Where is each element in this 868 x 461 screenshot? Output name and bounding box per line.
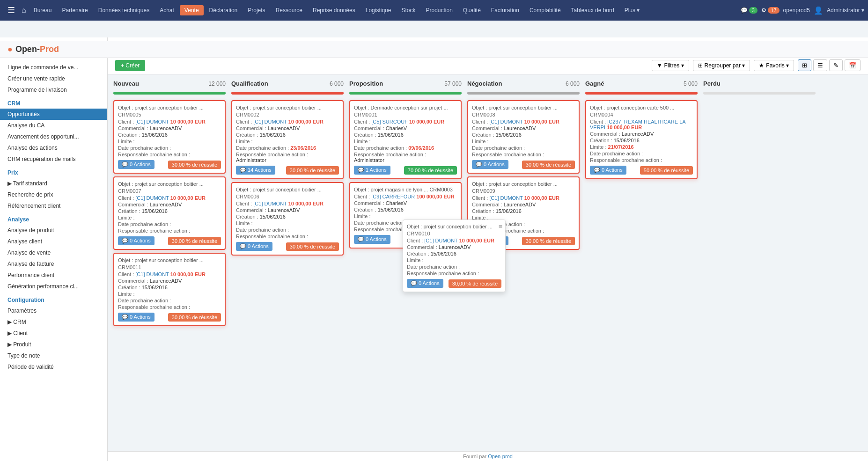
sidebar-item-parametres[interactable]: Paramètres bbox=[0, 305, 107, 316]
nav-achat[interactable]: Achat bbox=[155, 5, 179, 15]
card-date-action: Date prochaine action : 09/06/2016 bbox=[354, 145, 457, 151]
card-subject: Objet : projet sur conception boitier ..… bbox=[236, 187, 339, 192]
create-button[interactable]: + Créer bbox=[115, 60, 145, 71]
sidebar-item-client-config[interactable]: ▶ Client bbox=[0, 328, 107, 339]
sidebar-item-periode-validite[interactable]: Période de validité bbox=[0, 361, 107, 373]
nav-bureau[interactable]: Bureau bbox=[29, 5, 57, 15]
card-commercial: Commercial : LaurenceADV bbox=[472, 202, 575, 207]
footer: Fourni par Open-prod bbox=[108, 451, 868, 461]
actions-button[interactable]: 💬 1 Actions bbox=[354, 166, 390, 175]
sidebar-item-crm-config[interactable]: ▶ CRM bbox=[0, 316, 107, 328]
sidebar-item-analyse-produit[interactable]: Analyse de produit bbox=[0, 225, 107, 236]
nav-stock[interactable]: Stock bbox=[397, 5, 420, 15]
actions-button[interactable]: 💬 0 Actions bbox=[590, 166, 626, 175]
sidebar-item-ligne-commande[interactable]: Ligne de commande de ve... bbox=[0, 62, 107, 73]
pct-badge: 30,00 % de réussite bbox=[522, 237, 575, 245]
fav-button[interactable]: ★ Favoris ▾ bbox=[754, 60, 794, 71]
filter-button[interactable]: ▼ Filtres ▾ bbox=[652, 60, 689, 71]
card-crm0007[interactable]: Objet : projet sur conception boitier ..… bbox=[113, 176, 226, 250]
admin-label[interactable]: Administrator ▾ bbox=[827, 7, 864, 14]
nav-plus[interactable]: Plus ▾ bbox=[620, 5, 645, 15]
nav-ressource[interactable]: Ressource bbox=[271, 5, 307, 15]
sidebar-item-produit-config[interactable]: ▶ Produit bbox=[0, 339, 107, 350]
view-list-button[interactable]: ☰ bbox=[813, 59, 827, 71]
sidebar-item-analyse-actions[interactable]: Analyse des actions bbox=[0, 142, 107, 154]
sidebar-item-generation-perf[interactable]: Génération performance cl... bbox=[0, 281, 107, 292]
nav-donnees[interactable]: Données techniques bbox=[94, 5, 154, 15]
pct-badge: 50,00 % de réussite bbox=[640, 166, 693, 175]
sidebar-item-programme-livraison[interactable]: Programme de livraison bbox=[0, 84, 107, 95]
actions-button[interactable]: 💬 0 Actions bbox=[236, 242, 272, 251]
card-commercial: Commercial : LaurenceADV bbox=[118, 202, 221, 207]
view-icons: ⊞ ☰ ✎ 📅 bbox=[798, 59, 861, 71]
floating-card-crm0010[interactable]: ≡ Objet : projet sur conception boitier … bbox=[403, 220, 506, 292]
card-crm0004[interactable]: Objet : projet conception carte 500 ... … bbox=[585, 100, 698, 179]
card-crm0005[interactable]: Objet : projet sur conception boitier ..… bbox=[113, 100, 226, 174]
card-menu-icon[interactable]: ≡ bbox=[499, 223, 502, 230]
sidebar-item-recherche-prix[interactable]: Recherche de prix bbox=[0, 189, 107, 200]
nav-projets[interactable]: Projets bbox=[243, 5, 270, 15]
card-crm0006[interactable]: Objet : projet sur conception boitier ..… bbox=[231, 182, 344, 256]
sidebar-section-crm: CRM bbox=[0, 95, 107, 109]
sidebar-item-crm-mails[interactable]: CRM récupération de mails bbox=[0, 154, 107, 165]
actions-button[interactable]: 💬 0 Actions bbox=[354, 235, 390, 244]
sidebar-item-analyse-vente[interactable]: Analyse de vente bbox=[0, 247, 107, 258]
card-limite: Limite : bbox=[118, 139, 221, 144]
card-creation: Création : 15/06/2016 bbox=[236, 132, 339, 138]
sidebar-item-type-note[interactable]: Type de note bbox=[0, 350, 107, 361]
card-responsable: Responsable prochaine action : bbox=[118, 152, 221, 157]
sidebar-item-vente-rapide[interactable]: Créer une vente rapide bbox=[0, 73, 107, 84]
user-label: openprod5 bbox=[783, 7, 810, 14]
hamburger-icon[interactable]: ☰ bbox=[4, 5, 19, 15]
card-date-action: Date prochaine action : bbox=[407, 264, 501, 270]
message-icon[interactable]: 💬 3 bbox=[741, 7, 758, 14]
nav-qualite[interactable]: Qualité bbox=[458, 5, 485, 15]
sidebar-item-opportunites[interactable]: Opportunités bbox=[0, 109, 107, 120]
card-footer: 💬 0 Actions 30,00 % de réussite bbox=[236, 242, 339, 251]
group-button[interactable]: ⊞ Regrouper par ▾ bbox=[693, 60, 750, 71]
card-creation: Création : 15/06/2016 bbox=[472, 208, 575, 214]
card-crm0008[interactable]: Objet : projet sur conception boitier ..… bbox=[467, 100, 580, 174]
actions-button[interactable]: 💬 14 Actions bbox=[236, 166, 275, 175]
nav-tableaux[interactable]: Tableaux de bord bbox=[566, 5, 619, 15]
sidebar-item-analyse-facture[interactable]: Analyse de facture bbox=[0, 258, 107, 270]
sidebar-item-performance-client[interactable]: Performance client bbox=[0, 270, 107, 281]
card-responsable: Responsable prochaine action : bbox=[407, 271, 501, 276]
card-ref: CRM0004 bbox=[590, 112, 693, 117]
nav-reprise[interactable]: Reprise données bbox=[308, 5, 360, 15]
footer-link[interactable]: Open-prod bbox=[488, 454, 513, 459]
card-creation: Création : 15/06/2016 bbox=[472, 132, 575, 138]
col-perdu-bar bbox=[703, 92, 816, 95]
actions-button[interactable]: 💬 0 Actions bbox=[118, 313, 154, 322]
sidebar-item-referencement[interactable]: Référencement client bbox=[0, 200, 107, 212]
card-crm0011[interactable]: Objet : projet sur conception boitier ..… bbox=[113, 253, 226, 326]
sidebar-item-analyse-ca[interactable]: Analyse du CA bbox=[0, 120, 107, 131]
card-footer: 💬 0 Actions 30,00 % de réussite bbox=[407, 279, 501, 288]
actions-button[interactable]: 💬 0 Actions bbox=[118, 236, 154, 245]
content-area: CRM + Créer ▼ Filtres ▾ ⊞ Regrouper par … bbox=[108, 37, 868, 461]
card-responsable: Responsable prochaine action : Administr… bbox=[236, 152, 339, 163]
gear-icon[interactable]: ⚙ 17 bbox=[761, 7, 780, 14]
nav-logistique[interactable]: Logistique bbox=[361, 5, 396, 15]
view-kanban-button[interactable]: ⊞ bbox=[798, 59, 811, 71]
card-commercial: Commercial : LaurenceADV bbox=[590, 131, 693, 137]
sidebar-item-avancement[interactable]: Avancement des opportuni... bbox=[0, 131, 107, 142]
actions-button[interactable]: 💬 0 Actions bbox=[472, 160, 508, 169]
sidebar-item-tarif[interactable]: ▶ Tarif standard bbox=[0, 178, 107, 189]
nav-partenaire[interactable]: Partenaire bbox=[57, 5, 92, 15]
card-date-action: Date prochaine action : bbox=[118, 298, 221, 303]
nav-declaration[interactable]: Déclaration bbox=[205, 5, 243, 15]
actions-button[interactable]: 💬 0 Actions bbox=[407, 279, 443, 288]
nav-vente[interactable]: Vente bbox=[180, 5, 204, 15]
sidebar-item-analyse-client[interactable]: Analyse client bbox=[0, 236, 107, 247]
home-icon[interactable]: ⌂ bbox=[20, 6, 28, 15]
nav-comptabilite[interactable]: Comptabilité bbox=[525, 5, 566, 15]
card-creation: Création : 15/06/2016 bbox=[354, 132, 457, 138]
view-edit-button[interactable]: ✎ bbox=[829, 59, 843, 71]
card-crm0001[interactable]: Objet : Demnade conception sur projet ..… bbox=[349, 100, 462, 179]
view-calendar-button[interactable]: 📅 bbox=[845, 59, 861, 71]
nav-production[interactable]: Production bbox=[421, 5, 457, 15]
card-crm0002[interactable]: Objet : projet sur conception boitier ..… bbox=[231, 100, 344, 179]
actions-button[interactable]: 💬 0 Actions bbox=[118, 160, 154, 169]
nav-facturation[interactable]: Facturation bbox=[486, 5, 524, 15]
